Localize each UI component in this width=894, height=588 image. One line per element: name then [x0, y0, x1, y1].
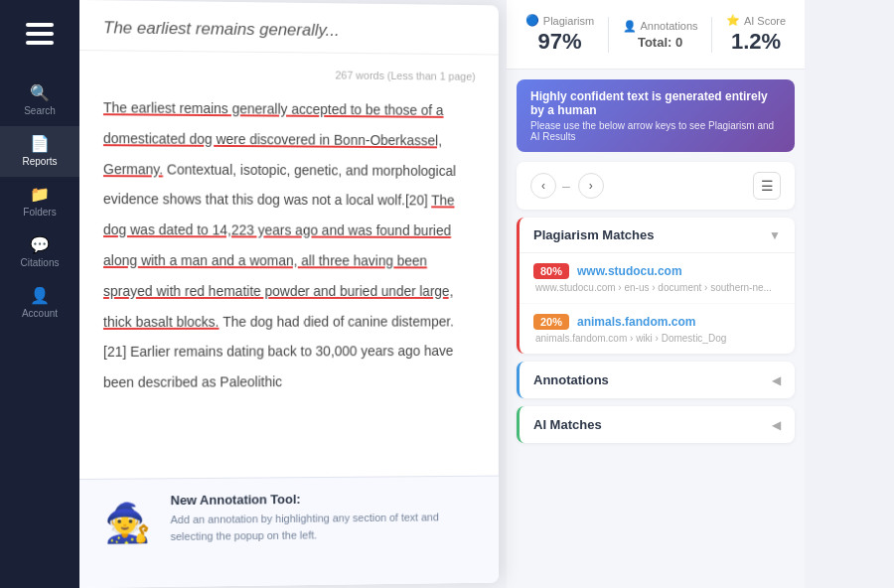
annotations-icon: 👤 [623, 20, 637, 33]
account-icon: 👤 [30, 288, 50, 304]
match-item-2[interactable]: 20% animals.fandom.com animals.fandom.co… [520, 304, 795, 354]
ai-banner-title: Highly confident text is generated entir… [530, 89, 781, 117]
search-icon: 🔍 [30, 85, 50, 101]
ai-banner-subtitle: Please use the below arrow keys to see P… [530, 120, 781, 142]
svg-rect-1 [26, 32, 54, 36]
annotation-text: New Annotation Tool: Add an annotation b… [171, 490, 482, 544]
ai-score-stat: ⭐ AI Score 1.2% [726, 14, 786, 55]
plagiarism-matches-toggle[interactable]: ▼ [769, 228, 781, 242]
menu-button[interactable]: ☰ [753, 172, 781, 200]
nav-dots: – [562, 178, 572, 194]
annotation-description: Add an annotation by highlighting any se… [171, 509, 482, 544]
ai-banner: Highly confident text is generated entir… [517, 79, 795, 152]
nav-row: ‹ – › ☰ [517, 162, 795, 210]
annotations-collapse-arrow: ◀ [772, 373, 781, 387]
sidebar-label-account: Account [22, 308, 58, 319]
svg-rect-0 [26, 23, 54, 27]
sidebar-label-folders: Folders [23, 207, 56, 218]
sidebar: 🔍 Search 📄 Reports 📁 Folders 💬 Citations… [0, 0, 79, 588]
word-count: 267 words (Less than 1 page) [103, 67, 476, 82]
doc-header: The earliest remains generally... [79, 0, 499, 56]
citations-icon: 💬 [30, 237, 50, 253]
match-path-1: www.studocu.com › en-us › document › sou… [533, 282, 781, 293]
annotations-section-title: Annotations [533, 372, 609, 387]
plagiarism-icon: 🔵 [525, 14, 539, 27]
annotations-value: Total: 0 [638, 35, 682, 50]
match-item-1[interactable]: 80% www.studocu.com www.studocu.com › en… [520, 253, 795, 304]
stat-divider-1 [608, 17, 609, 53]
main-content: The earliest remains generally... 267 wo… [79, 0, 894, 588]
annotations-stat: 👤 Annotations Total: 0 [623, 20, 698, 50]
ai-score-label: ⭐ AI Score [726, 14, 786, 27]
match-url-1[interactable]: www.studocu.com [577, 264, 682, 278]
svg-rect-2 [26, 41, 54, 45]
sidebar-label-citations: Citations [21, 257, 60, 268]
sidebar-item-account[interactable]: 👤 Account [0, 278, 79, 329]
doc-title: The earliest remains generally... [103, 18, 339, 40]
sidebar-item-reports[interactable]: 📄 Reports [0, 126, 79, 177]
annotation-title: New Annotation Tool: [171, 490, 482, 508]
plagiarism-label: 🔵 Plagiarism [525, 14, 594, 27]
ai-matches-collapse-arrow: ◀ [772, 418, 781, 432]
doc-body[interactable]: 267 words (Less than 1 page) The earlies… [79, 51, 499, 519]
annotations-section[interactable]: Annotations ◀ [517, 362, 795, 398]
ai-score-icon: ⭐ [726, 14, 740, 27]
nav-next-button[interactable]: › [578, 173, 604, 199]
app-container: 🔍 Search 📄 Reports 📁 Folders 💬 Citations… [0, 0, 894, 588]
plagiarism-matches-header: Plagiarism Matches ▼ [520, 218, 795, 253]
match-badge-2: 20% [533, 314, 569, 330]
doc-text: The earliest remains generally accepted … [103, 92, 476, 398]
match-title-row-2: 20% animals.fandom.com [533, 314, 781, 330]
plagiarism-matches-card: Plagiarism Matches ▼ 80% www.studocu.com… [517, 218, 795, 354]
logo[interactable] [22, 16, 58, 52]
sidebar-item-folders[interactable]: 📁 Folders [0, 177, 79, 227]
annotation-popup: 🧙 New Annotation Tool: Add an annotation… [79, 476, 499, 588]
nav-prev-button[interactable]: ‹ [530, 173, 556, 199]
nav-arrows: ‹ – › [530, 173, 604, 199]
highlighted-text-2: The dog was dated to 14,223 years ago an… [103, 193, 455, 330]
sidebar-item-citations[interactable]: 💬 Citations [0, 227, 79, 278]
annotation-wizard-icon: 🧙 [97, 493, 157, 552]
sidebar-item-search[interactable]: 🔍 Search [0, 75, 79, 126]
plagiarism-value: 97% [537, 29, 581, 55]
ai-matches-section[interactable]: AI Matches ◀ [517, 406, 795, 443]
sidebar-label-search: Search [24, 105, 56, 116]
ai-matches-section-title: AI Matches [533, 417, 602, 432]
stats-header: 🔵 Plagiarism 97% 👤 Annotations Total: 0 [507, 0, 805, 70]
plagiarism-stat: 🔵 Plagiarism 97% [525, 14, 594, 55]
match-title-row-1: 80% www.studocu.com [533, 263, 781, 279]
plagiarism-matches-title: Plagiarism Matches [533, 227, 654, 242]
annotations-label: 👤 Annotations [623, 20, 698, 33]
reports-icon: 📄 [30, 136, 50, 152]
ai-score-value: 1.2% [731, 29, 781, 55]
folders-icon: 📁 [30, 187, 50, 203]
match-path-2: animals.fandom.com › wiki › Domestic_Dog [533, 333, 781, 344]
match-url-2[interactable]: animals.fandom.com [577, 315, 695, 329]
right-panel: 🔵 Plagiarism 97% 👤 Annotations Total: 0 [507, 0, 805, 588]
match-badge-1: 80% [533, 263, 569, 279]
sidebar-label-reports: Reports [22, 156, 57, 167]
stat-divider-2 [711, 17, 712, 53]
document-panel: The earliest remains generally... 267 wo… [79, 0, 499, 588]
